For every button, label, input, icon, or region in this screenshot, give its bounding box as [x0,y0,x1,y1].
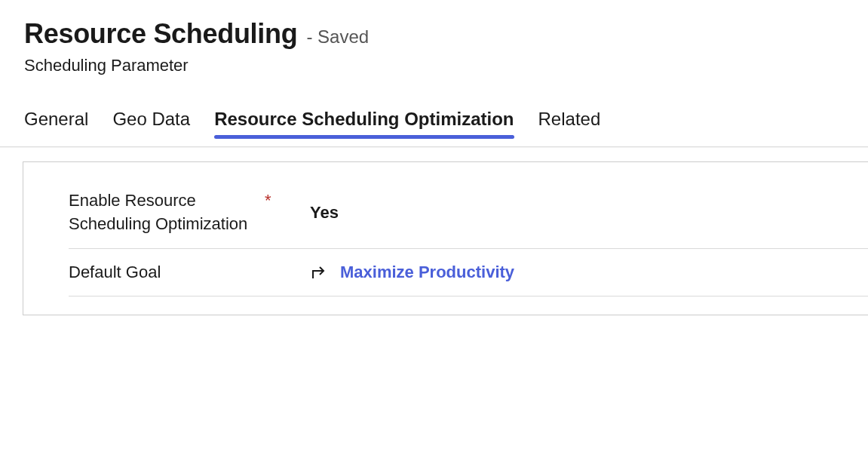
entity-subtitle: Scheduling Parameter [24,56,844,75]
tab-related[interactable]: Related [538,106,601,133]
field-default-goal: Default Goal Maximize Productivity [69,249,868,297]
form-card: Enable Resource Scheduling Optimization … [23,161,868,315]
page-title: Resource Scheduling [24,18,297,50]
required-marker: * [265,189,310,210]
field-value-default-goal[interactable]: Maximize Productivity [310,263,514,282]
save-status: - Saved [306,26,369,48]
tab-bar: General Geo Data Resource Scheduling Opt… [24,106,844,140]
tab-general[interactable]: General [24,106,88,133]
field-value-enable-rso[interactable]: Yes [310,203,339,223]
lookup-icon [310,263,330,281]
field-label-enable-rso: Enable Resource Scheduling Optimization [69,189,265,236]
field-label-default-goal: Default Goal [69,261,265,284]
tab-geo-data[interactable]: Geo Data [112,106,190,133]
tab-resource-scheduling-optimization[interactable]: Resource Scheduling Optimization [214,106,514,133]
default-goal-link-text: Maximize Productivity [340,263,514,282]
field-enable-rso: Enable Resource Scheduling Optimization … [69,189,868,249]
required-marker-empty [265,261,310,263]
